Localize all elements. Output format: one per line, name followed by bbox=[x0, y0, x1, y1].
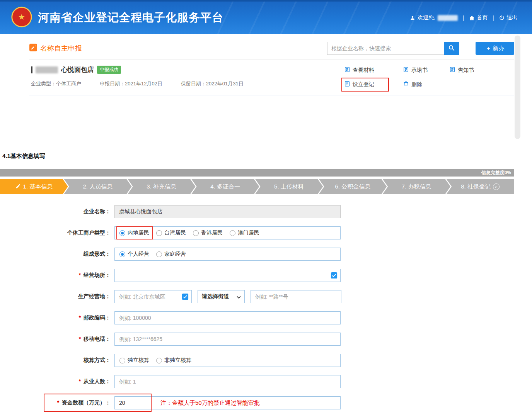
radio-selected-icon bbox=[119, 251, 125, 257]
establish-registration-wrap: 设立登记 bbox=[344, 81, 403, 88]
notice-letter-label: 告知书 bbox=[458, 67, 474, 74]
delete-link[interactable]: 删除 bbox=[403, 81, 449, 88]
radio-family-operation[interactable]: 家庭经营 bbox=[156, 251, 186, 258]
picker-icon-business-place[interactable] bbox=[331, 272, 338, 279]
welcome-area: 欢迎您, bbox=[410, 14, 458, 21]
logout-link[interactable]: 退出 bbox=[499, 14, 517, 21]
search-input[interactable] bbox=[327, 42, 444, 55]
radio-independent-accounting[interactable]: 独立核算 bbox=[119, 357, 149, 364]
step-tab-1-basic-info[interactable]: 1. 基本信息 bbox=[0, 179, 68, 194]
delete-label: 删除 bbox=[411, 81, 422, 88]
retain-date: 保留日期：2022年01月31日 bbox=[181, 80, 244, 87]
district-input[interactable] bbox=[115, 290, 191, 303]
logout-label: 退出 bbox=[506, 14, 517, 21]
form-row-accounting: 核算方式： 独立核算 非独立核算 bbox=[0, 354, 514, 367]
step-label: 4. 多证合一 bbox=[210, 183, 240, 190]
company-name: 心悦面包店 bbox=[61, 65, 94, 74]
step-tab-5-upload-materials[interactable]: 5. 上传材料 bbox=[255, 179, 323, 194]
radio-mainland-resident[interactable]: 内地居民 bbox=[119, 229, 149, 236]
home-link[interactable]: 首页 bbox=[469, 14, 488, 21]
step-tab-3-supplementary[interactable]: 3. 补充信息 bbox=[128, 179, 196, 194]
view-materials-label: 查看材料 bbox=[353, 67, 374, 74]
basic-info-form: 企业名称： 个体工商户类型： 内地居民 bbox=[0, 205, 514, 409]
panel-head-controls: ＋ 新办 bbox=[327, 42, 514, 55]
step-tab-4-multi-cert[interactable]: 4. 多证合一 bbox=[191, 179, 259, 194]
form-row-production-place: 生产经营地： 请选择街道 bbox=[0, 290, 514, 303]
app-header: ★ 河南省企业登记全程电子化服务平台 欢迎您, | 首页 | bbox=[0, 0, 532, 34]
document-icon bbox=[344, 66, 350, 74]
header-brand: ★ 河南省企业登记全程电子化服务平台 bbox=[11, 6, 223, 29]
step-tab-8-social-insurance[interactable]: 8. 社保登记 ＞ bbox=[446, 179, 514, 194]
step-label: 5. 上传材料 bbox=[274, 183, 304, 190]
search-button[interactable] bbox=[444, 42, 459, 55]
home-icon bbox=[469, 15, 475, 21]
radio-label: 台湾居民 bbox=[164, 229, 186, 236]
production-place-controls: 请选择街道 bbox=[114, 290, 341, 303]
radio-label: 澳门居民 bbox=[238, 229, 259, 236]
employees-input[interactable] bbox=[115, 375, 340, 388]
enterprise-name-field bbox=[114, 205, 341, 218]
trash-icon bbox=[403, 81, 409, 88]
radio-icon bbox=[156, 358, 162, 363]
radio-icon bbox=[156, 230, 162, 236]
home-label: 首页 bbox=[477, 14, 488, 21]
label-text: 核算方式： bbox=[84, 357, 111, 363]
view-materials-link[interactable]: 查看材料 bbox=[344, 66, 403, 74]
document-icon bbox=[344, 81, 350, 88]
app-title: 河南省企业登记全程电子化服务平台 bbox=[38, 10, 223, 25]
form-row-enterprise-name: 企业名称： bbox=[0, 205, 514, 218]
step-tab-6-housing-fund[interactable]: 6. 公积金信息 bbox=[319, 179, 387, 194]
label-text: 邮政编码： bbox=[84, 314, 111, 321]
notice-letter-link[interactable]: 告知书 bbox=[449, 66, 511, 74]
step-label: 8. 社保登记 bbox=[461, 183, 491, 190]
label-text: 资金数额（万元）： bbox=[62, 399, 111, 406]
panel-title: 名称自主申报 bbox=[29, 44, 82, 53]
redacted-name-bar bbox=[31, 66, 32, 73]
separator: | bbox=[493, 15, 494, 21]
establish-registration-label: 设立登记 bbox=[353, 81, 374, 88]
picker-icon-district[interactable] bbox=[182, 293, 189, 300]
form-row-composition: 组成形式： 个人经营 家庭经营 bbox=[0, 248, 514, 261]
establish-registration-link[interactable]: 设立登记 bbox=[344, 81, 374, 88]
new-application-button[interactable]: ＋ 新办 bbox=[476, 42, 514, 55]
postal-code-input[interactable] bbox=[115, 312, 340, 324]
page: ★ 河南省企业登记全程电子化服务平台 欢迎您, | 首页 | bbox=[0, 0, 532, 416]
capital-note: 注：金额大于50万的禁止通过智能审批 bbox=[160, 399, 260, 407]
radio-label: 独立核算 bbox=[128, 357, 149, 364]
search-icon bbox=[448, 44, 455, 53]
employees-label: * 从业人数： bbox=[0, 378, 114, 385]
step-tab-2-personnel[interactable]: 2. 人员信息 bbox=[64, 179, 132, 194]
radio-individual-operation[interactable]: 个人经营 bbox=[119, 251, 149, 258]
mobile-input[interactable] bbox=[115, 333, 340, 345]
radio-hongkong-resident[interactable]: 香港居民 bbox=[193, 229, 223, 236]
radio-macao-resident[interactable]: 澳门居民 bbox=[230, 229, 259, 236]
separator: | bbox=[463, 15, 464, 21]
business-place-field bbox=[114, 269, 341, 282]
scrollbar-track[interactable] bbox=[515, 36, 520, 139]
required-asterisk: * bbox=[79, 378, 81, 384]
label-text: 经营场所： bbox=[84, 272, 111, 278]
enterprise-name-input bbox=[115, 205, 340, 218]
label-text: 企业名称： bbox=[84, 208, 111, 214]
step-tab-7-tax[interactable]: 7. 办税信息 bbox=[382, 179, 450, 194]
street-select[interactable]: 请选择街道 bbox=[198, 290, 245, 303]
address-input[interactable] bbox=[251, 290, 341, 303]
radio-taiwan-resident[interactable]: 台湾居民 bbox=[156, 229, 186, 236]
chevron-right-icon[interactable]: ＞ bbox=[493, 183, 500, 190]
plus-icon: ＋ bbox=[486, 45, 491, 52]
district-field bbox=[114, 290, 192, 303]
item-info: 心悦面包店 申报成功 企业类型：个体工商户 申报日期：2021年12月02日 保… bbox=[31, 65, 244, 88]
label-text: 移动电话： bbox=[84, 336, 111, 342]
document-icon bbox=[449, 66, 455, 74]
step-label: 3. 补充信息 bbox=[147, 183, 176, 190]
search-box bbox=[327, 42, 459, 55]
business-place-input[interactable] bbox=[115, 269, 340, 282]
capital-label: * 资金数额（万元）： bbox=[0, 399, 114, 406]
form-row-business-place: * 经营场所： bbox=[0, 269, 514, 282]
user-icon bbox=[410, 15, 415, 20]
new-button-label: 新办 bbox=[493, 45, 505, 52]
commitment-letter-link[interactable]: 承诺书 bbox=[403, 66, 449, 74]
radio-non-independent-accounting[interactable]: 非独立核算 bbox=[156, 357, 191, 364]
application-list-item: 心悦面包店 申报成功 企业类型：个体工商户 申报日期：2021年12月02日 保… bbox=[29, 60, 514, 95]
business-place-label: * 经营场所： bbox=[0, 272, 114, 279]
